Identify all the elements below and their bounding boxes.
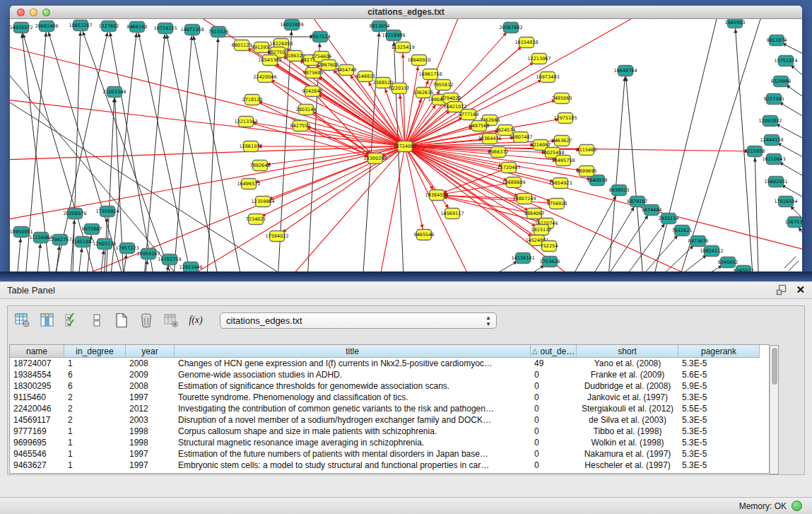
graph-node-label: 8454749: [336, 67, 357, 73]
close-window-icon[interactable]: [17, 8, 25, 16]
graph-node-label: 10958167: [136, 251, 160, 257]
column-header-pagerank[interactable]: pagerank: [678, 345, 760, 358]
cell-name: 19384554: [10, 369, 64, 380]
graph-node-label: 7955812: [433, 82, 454, 88]
close-panel-icon[interactable]: ✕: [796, 284, 805, 296]
graph-node-label: 15751074: [774, 58, 797, 64]
graph-node-label: 20206576: [63, 211, 86, 216]
table-row[interactable]: 1456911722003Disruption of a novel membe…: [10, 414, 769, 426]
table-row[interactable]: 977716911998Corpus callosum shape and si…: [10, 426, 769, 437]
graph-node-label: 9699695: [577, 168, 597, 174]
graph-node-label: 12942757: [48, 237, 71, 243]
cell-short: de Silva et al. (2003): [577, 414, 678, 426]
cell-in_degree: 1: [64, 426, 126, 437]
column-header-label: out_de…: [541, 346, 575, 356]
graph-node-label: 12444158: [760, 137, 783, 143]
cell-short: Tibbo et al. (1998): [577, 426, 678, 437]
table-scrollbar-thumb[interactable]: [772, 348, 777, 385]
delete-column-button[interactable]: [137, 311, 155, 329]
table-row[interactable]: 1872400712008Changes of HCN gene express…: [10, 358, 769, 369]
delete-table-button-disabled[interactable]: [162, 311, 180, 329]
column-header-name[interactable]: name: [10, 345, 64, 358]
table-row[interactable]: 946362711997Embryonic stem cells: a mode…: [10, 460, 769, 471]
table-panel: Table Panel ✕: [0, 281, 812, 514]
graph-node-label: 12975185: [553, 115, 577, 121]
graph-node-label: 12923446: [179, 264, 202, 270]
table-select-dropdown[interactable]: citations_edges.txt ▲▼: [220, 313, 497, 329]
table-header-row: namein_degreeyeartitle△out_de…shortpager…: [10, 345, 769, 358]
window-titlebar[interactable]: citations_edges.txt: [10, 6, 802, 19]
table-toolbar: f(x) citations_edges.txt ▲▼: [8, 306, 804, 334]
cell-title: Disruption of a novel member of a sodium…: [175, 414, 531, 426]
graph-node-label: 15720407: [497, 165, 520, 170]
column-header-short[interactable]: short: [577, 345, 678, 358]
column-header-label: in_degree: [76, 346, 113, 356]
graph-node-label: 18807249: [512, 196, 536, 201]
column-header-year[interactable]: year: [126, 345, 175, 358]
cell-out_de: 0: [531, 414, 577, 426]
table-row[interactable]: 1938455462009Genome-wide association stu…: [10, 369, 769, 380]
column-header-in_degree[interactable]: in_degree: [64, 345, 126, 358]
cell-name: 22420046: [10, 403, 64, 414]
graph-node-label: 16154838: [514, 40, 538, 45]
graph-node-label: 17594022: [265, 233, 288, 239]
cell-name: 9777169: [10, 426, 64, 437]
select-rows-button[interactable]: [63, 311, 81, 329]
show-columns-button[interactable]: [38, 311, 57, 329]
row-height-button[interactable]: [88, 311, 106, 329]
column-header-out_de[interactable]: △out_de…: [531, 345, 577, 358]
new-column-button[interactable]: [112, 311, 131, 329]
table-scrollbar[interactable]: [770, 345, 779, 474]
cell-name: 14569117: [10, 414, 64, 426]
column-header-title[interactable]: title: [175, 345, 531, 358]
graph-node-label: 10807487: [509, 134, 532, 140]
table-row[interactable]: 946554611997Estimation of the future num…: [10, 448, 769, 460]
graph-node-label: 10973493: [536, 74, 559, 80]
graph-node-label: 18950051: [10, 229, 33, 235]
graph-node-label: 2803144: [296, 107, 317, 112]
table-row[interactable]: 911546021997Tourette syndrome. Phenomeno…: [10, 392, 769, 403]
graph-node-label: 9875685: [303, 70, 324, 76]
graph-node-label: 21053346: [102, 89, 126, 95]
function-builder-button[interactable]: f(x): [187, 311, 205, 329]
graph-node-label: 9465546: [414, 232, 435, 238]
graph-node-label: 16210643: [762, 156, 785, 162]
cell-year: 1998: [126, 437, 175, 448]
graph-node-label: 9115460: [577, 147, 597, 153]
cell-out_de: 0: [531, 380, 577, 392]
graph-node-label: 16782759: [158, 257, 181, 262]
cell-in_degree: 2: [64, 403, 126, 414]
graph-node-label: 8813054: [370, 23, 390, 29]
cell-name: 9115460: [10, 392, 64, 403]
table-row[interactable]: 1830029562008Estimation of significance …: [10, 380, 769, 392]
network-canvas[interactable]: 1403557220691406106532871527602846616010…: [10, 19, 802, 271]
float-panel-icon[interactable]: [776, 284, 787, 296]
graph-node-label: 1527602: [99, 23, 119, 29]
graph-node-label: 7234021: [246, 216, 266, 222]
column-header-label: pagerank: [701, 346, 736, 356]
minimize-window-icon[interactable]: [30, 8, 37, 16]
row-boxes-icon: [89, 313, 105, 328]
table-panel-header: Table Panel ✕: [0, 282, 812, 299]
graph-node-label: 10654112: [700, 248, 723, 254]
graph-node-label: 15692931: [764, 179, 787, 185]
table-disabled-icon: [163, 313, 179, 328]
graph-node-label: 9884067: [524, 211, 545, 216]
table-settings-icon: [15, 313, 30, 328]
citation-network-graph[interactable]: 1403557220691406106532871527602846616010…: [10, 19, 802, 271]
cell-in_degree: 1: [64, 437, 126, 448]
graph-node-label: 9777169: [459, 112, 479, 117]
graph-node-label: 9242848: [302, 88, 323, 94]
graph-node-label: 19654923: [548, 180, 572, 186]
cell-year: 1997: [126, 392, 175, 403]
graph-node-label: 1640939: [587, 177, 608, 183]
graph-node-label: 9811974: [767, 37, 787, 43]
table-settings-button[interactable]: [13, 311, 32, 329]
cell-year: 2008: [126, 358, 175, 369]
graph-node-label: 9146821: [355, 74, 376, 79]
table-row[interactable]: 2242004622012Investigating the contribut…: [10, 403, 769, 414]
zoom-window-icon[interactable]: [42, 8, 50, 16]
table-row[interactable]: 969969511998Structural magnetic resonanc…: [10, 437, 769, 448]
graph-node-label: 12093832: [758, 118, 782, 124]
graph-node-label: 17957223: [115, 245, 139, 251]
